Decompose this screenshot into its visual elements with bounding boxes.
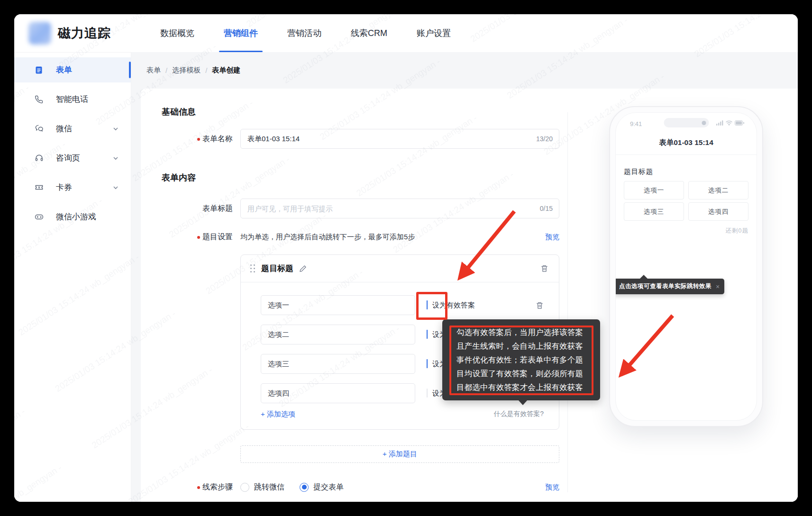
sidebar-item-wechat-minigame[interactable]: 微信小游戏	[14, 204, 131, 229]
radio-submit-form-label[interactable]: 提交表单	[313, 482, 344, 492]
headset-icon	[34, 154, 44, 163]
phone-body: 题目标题 选项一 选项二 选项三 选项四 还剩0题 点击选项可查看表单实际跳转效…	[616, 167, 757, 235]
drag-handle-icon[interactable]	[250, 264, 255, 273]
breadcrumb-form-create: 表单创建	[212, 66, 240, 75]
delete-question-icon[interactable]	[540, 264, 548, 272]
main-nav: 数据概览 营销组件 营销活动 线索CRM 账户设置	[160, 14, 451, 52]
nav-data-overview[interactable]: 数据概览	[160, 14, 194, 52]
add-option-link[interactable]: + 添加选项	[261, 410, 295, 419]
content-area: 表单 / 选择模板 / 表单创建 基础信息 表单名称	[131, 52, 798, 502]
gamepad-icon	[34, 212, 44, 222]
breadcrumb-separator: /	[165, 66, 167, 74]
question-title: 题目标题	[261, 263, 293, 274]
battery-icon	[735, 120, 744, 126]
edit-pencil-icon[interactable]	[299, 265, 307, 272]
option-input-2[interactable]	[261, 325, 415, 344]
form-editor-card: 基础信息 表单名称 13/20 表单内容	[141, 89, 798, 502]
option-input-3[interactable]	[261, 354, 415, 374]
app-window: 磁力追踪 数据概览 营销组件 营销活动 线索CRM 账户设置 表单	[14, 14, 798, 502]
valid-answer-checkbox[interactable]	[427, 300, 428, 309]
form-name-input[interactable]	[240, 129, 559, 149]
required-dot	[197, 138, 200, 141]
phone-tooltip: 点击选项可查看表单实际跳转效果 ×	[615, 279, 724, 294]
question-setting-label-wrap: 题目设置	[162, 232, 240, 242]
nav-leads-crm[interactable]: 线索CRM	[351, 14, 387, 52]
option-input-4[interactable]	[261, 383, 415, 403]
lead-step-row: 线索步骤 跳转微信 提交表单 预览	[162, 482, 798, 492]
lead-preview-link[interactable]: 预览	[545, 483, 559, 492]
valid-answer-checkbox[interactable]	[427, 330, 428, 339]
form-title-input[interactable]	[240, 199, 559, 218]
phone-option-3[interactable]: 选项三	[624, 202, 684, 221]
form-title-input-wrap: 0/15	[240, 199, 559, 218]
phone-option-2[interactable]: 选项二	[688, 181, 748, 199]
phone-option-4[interactable]: 选项四	[688, 202, 748, 221]
radio-jump-wechat[interactable]	[240, 483, 249, 492]
option-input-1[interactable]	[261, 295, 415, 315]
phone-divider	[616, 154, 757, 155]
phone-status-icons	[716, 120, 744, 126]
valid-answer-checkbox[interactable]	[427, 359, 428, 368]
sidebar-item-smart-phone[interactable]: 智能电话	[14, 87, 131, 112]
required-dot	[197, 486, 200, 489]
sidebar-item-label: 卡券	[56, 182, 72, 193]
form-title-label-wrap: 表单标题	[162, 204, 240, 214]
form-icon	[34, 65, 44, 75]
phone-form-title: 表单01-03 15:14	[616, 138, 757, 148]
phone-screen: 9:41 表单01-03 15:14	[615, 112, 757, 421]
valid-answer-checkbox[interactable]	[427, 389, 428, 398]
sidebar-item-label: 智能电话	[56, 94, 88, 105]
chevron-down-icon	[113, 126, 119, 132]
wechat-icon	[34, 124, 44, 134]
add-question-label: + 添加题目	[383, 450, 417, 459]
brand: 磁力追踪	[14, 22, 133, 45]
what-is-valid-answer-link[interactable]: 什么是有效答案?	[493, 410, 544, 418]
phone-options-grid: 选项一 选项二 选项三 选项四	[624, 181, 748, 221]
form-name-label: 表单名称	[202, 134, 233, 144]
phone-status-bar: 9:41	[616, 113, 757, 134]
chevron-down-icon	[113, 155, 119, 161]
preview-link[interactable]: 预览	[545, 233, 559, 242]
valid-answer-checkbox-wrap	[427, 301, 428, 309]
add-question-button[interactable]: + 添加题目	[240, 445, 559, 463]
breadcrumb-separator: /	[205, 66, 207, 74]
phone-tooltip-text: 点击选项可查看表单实际跳转效果	[619, 282, 712, 290]
radio-submit-form[interactable]	[300, 483, 309, 492]
form-name-label-wrap: 表单名称	[162, 134, 240, 144]
breadcrumb-form[interactable]: 表单	[146, 66, 161, 75]
phone-option-1[interactable]: 选项一	[624, 181, 684, 199]
sidebar-item-coupon[interactable]: 卡券	[14, 175, 131, 200]
nav-marketing-components[interactable]: 营销组件	[224, 14, 258, 52]
valid-answer-label[interactable]: 设为有效答案	[432, 301, 475, 310]
top-navbar: 磁力追踪 数据概览 营销组件 营销活动 线索CRM 账户设置	[14, 14, 798, 52]
phone-question-title: 题目标题	[624, 167, 748, 176]
radio-jump-wechat-label[interactable]: 跳转微信	[254, 482, 284, 492]
form-title-label: 表单标题	[202, 204, 233, 214]
ticket-icon	[34, 183, 44, 192]
chevron-down-icon	[113, 185, 119, 190]
lead-step-options: 跳转微信 提交表单 预览	[240, 482, 559, 492]
phone-time: 9:41	[630, 120, 642, 127]
brand-title: 磁力追踪	[58, 25, 111, 42]
delete-option-icon[interactable]	[536, 301, 544, 309]
breadcrumb-choose-template[interactable]: 选择模板	[172, 66, 201, 75]
form-title-counter: 0/15	[540, 205, 553, 212]
sidebar-item-label: 咨询页	[56, 153, 80, 163]
screen: 磁力追踪 数据概览 营销组件 营销活动 线索CRM 账户设置 表单	[0, 0, 812, 516]
sidebar-item-label: 微信小游戏	[56, 211, 96, 222]
nav-marketing-activities[interactable]: 营销活动	[287, 14, 321, 52]
sidebar-item-form[interactable]: 表单	[14, 57, 131, 82]
lead-step-label: 线索步骤	[202, 482, 233, 492]
panel-divider	[567, 112, 568, 492]
nav-account-settings[interactable]: 账户设置	[417, 14, 451, 52]
form-name-input-wrap: 13/20	[240, 129, 559, 149]
phone-preview: 9:41 表单01-03 15:14	[609, 106, 763, 427]
signal-icon	[716, 120, 723, 126]
sidebar-item-consult-page[interactable]: 咨询页	[14, 145, 131, 171]
close-icon[interactable]: ×	[716, 283, 720, 290]
question-setting-label: 题目设置	[202, 232, 233, 242]
sidebar-item-wechat[interactable]: 微信	[14, 116, 131, 141]
option-row: 设为有效答案	[261, 295, 544, 315]
camera-dot	[702, 121, 706, 125]
question-setting-desc: 均为单选，用户选择后自动跳转下一步，最多可添加5步	[240, 233, 415, 242]
